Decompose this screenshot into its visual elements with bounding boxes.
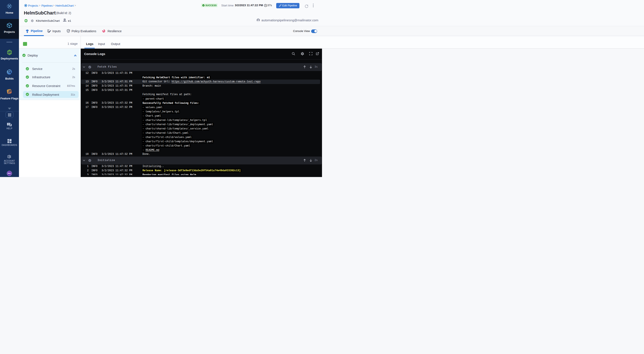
svg-text:?: ? bbox=[8, 123, 9, 125]
